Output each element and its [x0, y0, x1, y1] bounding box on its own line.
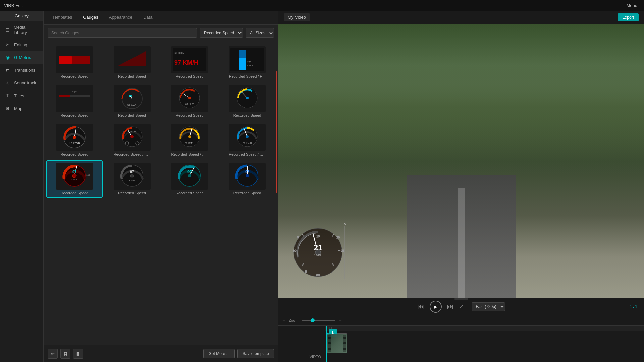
- svg-text:97: 97: [72, 170, 76, 174]
- layout-button[interactable]: ▦: [60, 349, 70, 359]
- zoom-minus-button[interactable]: −: [282, 317, 285, 323]
- svg-point-24: [246, 97, 249, 99]
- gauge-item-6[interactable]: 97 km/h Recorded Speed: [104, 82, 160, 120]
- gauge-overlay[interactable]: 15 20 25 30 10 5 0: [291, 226, 345, 279]
- svg-text:25: 25: [341, 249, 344, 252]
- gauge-item-15[interactable]: 97 Recorded Speed: [162, 160, 218, 198]
- gauge-label-5: Recorded Speed: [56, 113, 93, 117]
- timeline-area: − Zoom + 0:00 VIDEO ⬇: [278, 315, 644, 362]
- svg-point-27: [73, 136, 76, 139]
- svg-text:KM/H: KM/H: [247, 64, 253, 67]
- gauge-svg-2: [114, 46, 151, 73]
- search-input[interactable]: [48, 28, 197, 38]
- media-library-icon: ▤: [5, 27, 10, 33]
- tab-templates[interactable]: Templates: [47, 11, 77, 24]
- svg-text:0: 0: [305, 270, 307, 273]
- size-filter-select[interactable]: All Sizes: [246, 28, 274, 38]
- svg-text:1275 M: 1275 M: [128, 130, 136, 133]
- gauge-item-10[interactable]: 1275 M Recorded Speed / Pa...: [104, 121, 160, 159]
- sidebar-item-map[interactable]: ⊕ Map: [0, 102, 43, 115]
- sidebar-item-media-library[interactable]: ▤ Media Library: [0, 21, 43, 38]
- svg-rect-1: [59, 56, 72, 64]
- zoom-plus-button[interactable]: +: [338, 317, 341, 323]
- zoom-slider[interactable]: [302, 320, 335, 321]
- gauge-item-14[interactable]: 97 KM/H Recorded Speed: [104, 160, 160, 198]
- svg-point-60: [246, 174, 249, 177]
- gauge-item-1[interactable]: Recorded Speed: [46, 44, 103, 81]
- playback-bar: ⏮ ▶ ⏭ ⤢ Fast (720p) 1:1: [278, 298, 644, 315]
- svg-text:97 km/h: 97 km/h: [69, 141, 80, 145]
- gauge-item-12[interactable]: 97 KM/H Recorded Speed / Pa...: [219, 121, 275, 159]
- svg-marker-2: [117, 51, 146, 66]
- video-clip[interactable]: ⬇: [327, 333, 347, 353]
- quality-select[interactable]: Fast (720p): [472, 302, 505, 311]
- gauge-item-9[interactable]: 97 km/h Recorded Speed: [46, 121, 103, 159]
- gauge-svg-15: 97: [171, 163, 208, 190]
- overlay-speedo: 15 20 25 30 10 5 0: [291, 226, 345, 279]
- svg-text:5: 5: [297, 236, 299, 239]
- search-row: Recorded Speed All Sizes: [44, 25, 278, 41]
- svg-text:KM/H: KM/H: [313, 253, 323, 257]
- titles-icon: T: [5, 93, 11, 99]
- overlay-close-button[interactable]: ✕: [343, 222, 346, 226]
- gauge-item-11[interactable]: 97 KM/H Recorded Speed / Pa...: [162, 121, 218, 159]
- get-more-button[interactable]: Get More ...: [203, 349, 234, 358]
- timeline-track: 0:00 VIDEO ⬇: [278, 326, 644, 362]
- sidebar-item-titles[interactable]: T Titles: [0, 89, 43, 102]
- sidebar-item-editing[interactable]: ✂ Editing: [0, 38, 43, 51]
- gauge-item-7[interactable]: 1275 M Recorded Speed: [162, 82, 218, 120]
- gauge-svg-1: [56, 46, 93, 73]
- gauge-label-14: Recorded Speed: [114, 191, 151, 195]
- rewind-button[interactable]: ⏮: [418, 303, 424, 310]
- gauge-thumb-15: 97: [171, 163, 208, 190]
- title-bar: VIRB Edit Menu: [0, 0, 644, 11]
- gauge-svg-9: 97 km/h: [56, 124, 93, 151]
- menu-button[interactable]: Menu: [624, 2, 640, 9]
- svg-point-37: [188, 135, 191, 138]
- save-template-button[interactable]: Save Template: [237, 349, 274, 358]
- tab-appearance[interactable]: Appearance: [104, 11, 138, 24]
- scroll-indicator[interactable]: [276, 71, 277, 193]
- gauge-item-4[interactable]: 200 KM/H Recorded Speed / H...: [219, 44, 275, 81]
- speed-filter-select[interactable]: Recorded Speed: [200, 28, 243, 38]
- video-area: My Video Export: [278, 11, 644, 362]
- gauge-item-8[interactable]: Recorded Speed: [219, 82, 275, 120]
- track-label: VIDEO: [278, 355, 324, 359]
- main-layout: Gallery ▤ Media Library ✂ Editing ◉ G-Me…: [0, 11, 644, 362]
- delete-button[interactable]: 🗑: [73, 349, 83, 359]
- gauge-item-5[interactable]: ~5~ Recorded Speed: [46, 82, 103, 120]
- gauge-label-4: Recorded Speed / H...: [229, 74, 266, 78]
- fast-forward-button[interactable]: ⏭: [447, 303, 454, 310]
- tab-data[interactable]: Data: [138, 11, 158, 24]
- gauge-grid: Recorded Speed Recorded Speed SPEED 97 K…: [44, 41, 278, 345]
- gauge-item-13[interactable]: 97 KM/H 125 Recorded Speed: [46, 160, 103, 198]
- gauge-label-13: Recorded Speed: [56, 191, 93, 195]
- gauge-svg-8: [229, 85, 266, 112]
- sidebar-label-media-library: Media Library: [14, 25, 39, 35]
- gauge-thumb-13: 97 KM/H 125: [56, 163, 93, 190]
- gauge-item-2[interactable]: Recorded Speed: [104, 44, 160, 81]
- gauge-item-16[interactable]: 97 Recorded Speed: [219, 160, 275, 198]
- gauge-thumb-11: 97 KM/H: [171, 124, 208, 151]
- panel-handle[interactable]: [454, 298, 468, 300]
- fullscreen-button[interactable]: ⤢: [459, 303, 464, 310]
- gauge-thumb-14: 97 KM/H: [114, 163, 151, 190]
- filmstrip-right: [343, 335, 346, 352]
- action-bar: ✏ ▦ 🗑 Get More ... Save Template: [44, 345, 278, 362]
- export-button[interactable]: Export: [618, 13, 639, 21]
- map-icon: ⊕: [5, 105, 11, 111]
- play-button[interactable]: ▶: [430, 301, 442, 313]
- sidebar-item-soundtrack[interactable]: ♫ Soundtrack: [0, 76, 43, 89]
- tab-gauges[interactable]: Gauges: [77, 11, 104, 24]
- video-title[interactable]: My Video: [284, 13, 310, 21]
- timeline-ruler: 0:00: [325, 326, 644, 331]
- gauge-svg-12: 97 KM/H: [229, 124, 266, 151]
- timeline-controls: − Zoom +: [278, 315, 644, 326]
- gauge-svg-5: ~5~: [56, 85, 93, 112]
- sidebar-item-transitions[interactable]: ⇄ Transitions: [0, 64, 43, 76]
- sidebar-gallery[interactable]: Gallery: [0, 11, 43, 21]
- app-title: VIRB Edit: [4, 3, 23, 8]
- gauge-item-3[interactable]: SPEED 97 KM/H Recorded Speed: [162, 44, 218, 81]
- sidebar-item-g-metrix[interactable]: ◉ G-Metrix: [0, 51, 43, 64]
- edit-button[interactable]: ✏: [48, 349, 58, 359]
